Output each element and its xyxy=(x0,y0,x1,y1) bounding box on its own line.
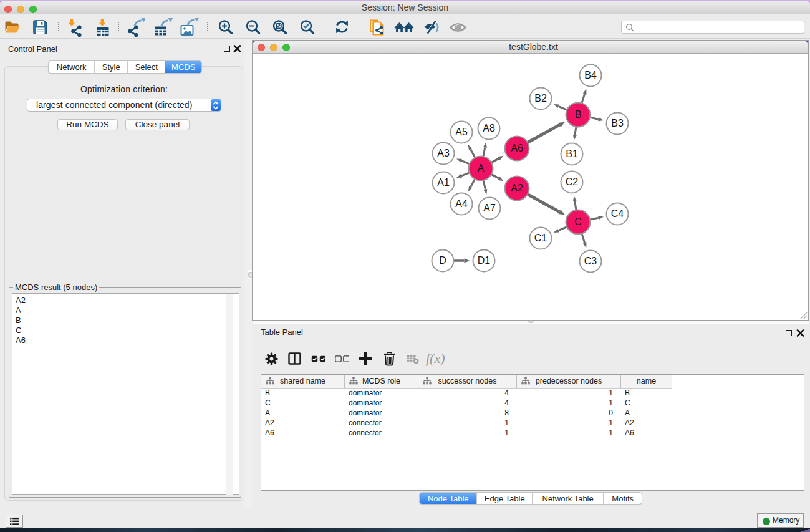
svg-text:A5: A5 xyxy=(455,127,468,137)
svg-text:D1: D1 xyxy=(478,255,491,266)
svg-text:D: D xyxy=(439,255,446,266)
svg-text:C1: C1 xyxy=(534,233,547,243)
svg-text:B3: B3 xyxy=(611,118,624,128)
svg-text:A1: A1 xyxy=(437,177,450,188)
svg-text:A6: A6 xyxy=(511,143,523,153)
svg-text:B1: B1 xyxy=(566,148,578,159)
svg-text:A2: A2 xyxy=(511,183,523,193)
svg-text:B4: B4 xyxy=(584,70,597,80)
svg-text:C: C xyxy=(574,216,582,227)
svg-text:C4: C4 xyxy=(611,208,624,219)
svg-text:A: A xyxy=(478,163,485,173)
svg-text:A4: A4 xyxy=(455,198,468,209)
svg-text:A7: A7 xyxy=(483,203,496,213)
svg-text:A3: A3 xyxy=(437,148,450,158)
svg-text:C2: C2 xyxy=(566,177,579,187)
svg-text:B2: B2 xyxy=(534,93,547,104)
svg-text:A8: A8 xyxy=(483,123,495,133)
svg-text:C3: C3 xyxy=(584,256,597,266)
svg-text:B: B xyxy=(575,109,582,120)
